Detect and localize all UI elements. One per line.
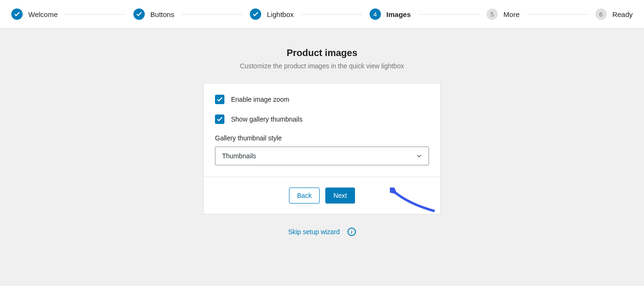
step-lightbox[interactable]: Lightbox [250,8,294,20]
step-number-icon: 4 [370,8,381,20]
show-thumbnails-row: Show gallery thumbnails [215,114,429,124]
back-button[interactable]: Back [289,188,320,204]
step-connector [418,14,479,15]
skip-row: Skip setup wizard i [288,228,356,236]
page-subtitle: Customize the product images in the quic… [240,62,404,70]
stepper-bar: Welcome Buttons Lightbox 4 Images 5 More… [0,0,644,29]
skip-setup-link[interactable]: Skip setup wizard [288,228,340,236]
gallery-style-select[interactable]: Thumbnails [215,147,429,165]
info-icon[interactable]: i [347,228,356,236]
enable-zoom-checkbox[interactable] [215,95,224,104]
card-footer: Back Next [204,177,440,214]
gallery-style-value: Thumbnails [222,152,256,160]
annotation-arrow-icon [390,188,442,216]
check-icon [217,97,223,102]
step-welcome[interactable]: Welcome [11,8,58,20]
next-button[interactable]: Next [325,188,355,204]
step-more[interactable]: 5 More [487,8,520,20]
step-label: Ready [612,10,633,18]
step-number-icon: 6 [595,8,607,20]
check-icon [217,116,223,122]
step-buttons[interactable]: Buttons [133,8,174,20]
step-label: Buttons [150,10,174,18]
step-number-icon: 5 [487,8,498,20]
step-ready[interactable]: 6 Ready [595,8,633,20]
step-connector [527,14,588,15]
enable-zoom-row: Enable image zoom [215,95,429,104]
check-icon [250,8,261,20]
step-label: Lightbox [267,10,294,18]
gallery-style-label: Gallery thumbnail style [215,134,429,142]
step-label: Welcome [28,10,58,18]
check-icon [133,8,145,20]
check-icon [11,8,23,20]
step-images[interactable]: 4 Images [370,8,411,20]
page-title: Product images [287,48,357,58]
enable-zoom-label: Enable image zoom [231,96,289,103]
step-connector [301,14,362,15]
step-label: More [504,10,520,18]
main-content: Product images Customize the product ima… [0,29,644,255]
settings-card: Enable image zoom Show gallery thumbnail… [203,83,441,214]
show-thumbnails-label: Show gallery thumbnails [231,115,303,123]
step-label: Images [387,10,411,18]
show-thumbnails-checkbox[interactable] [215,114,224,124]
step-connector [182,14,243,15]
step-connector [65,14,126,15]
chevron-down-icon [416,153,422,159]
